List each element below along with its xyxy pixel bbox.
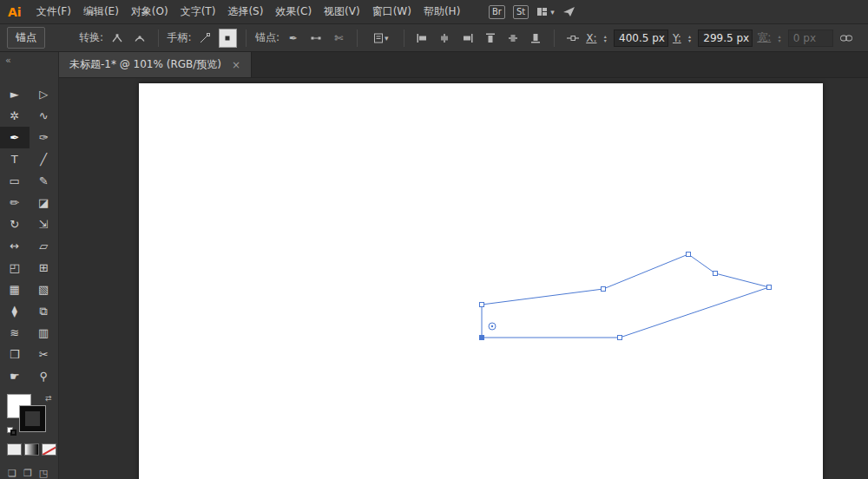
slice-tool[interactable]: ✂ — [30, 344, 59, 365]
menubar-right: Br St ▾ — [489, 0, 575, 23]
color-button[interactable] — [7, 443, 22, 456]
convert-to-corner-icon[interactable] — [108, 29, 126, 48]
convert-label: 转换: — [79, 30, 103, 45]
eraser-tool[interactable]: ◪ — [30, 192, 59, 213]
tool-grid: ►▷✲∿✒✑T╱▭✎✏◪↻⇲↔▱◰⊞▦▧⧫⧉≋▥❒✂☛⚲ — [0, 83, 58, 387]
menubar: Ai 文件(F)编辑(E)对象(O)文字(T)选择(S)效果(C)视图(V)窗口… — [0, 0, 868, 24]
connect-endpoints-icon[interactable] — [306, 29, 325, 48]
pen-tool[interactable]: ✒ — [0, 127, 30, 148]
align-horizontal-left-icon[interactable] — [413, 29, 431, 48]
share-icon[interactable] — [562, 6, 575, 17]
paint-style-row — [7, 443, 58, 456]
draw-behind-icon[interactable]: ❐ — [23, 468, 32, 479]
type-tool[interactable]: T — [0, 148, 30, 170]
chevron-down-icon: ▾ — [550, 8, 555, 16]
artboard-tool[interactable]: ❒ — [0, 344, 30, 365]
mesh-tool[interactable]: ▦ — [0, 279, 30, 300]
x-label[interactable]: X: — [586, 32, 596, 44]
swap-fill-stroke-icon[interactable]: ⇄ — [45, 394, 52, 403]
paintbrush-tool[interactable]: ✎ — [30, 170, 59, 192]
stock-button[interactable]: St — [513, 5, 529, 19]
symbol-sprayer-tool[interactable]: ≋ — [0, 322, 30, 344]
hand-tool[interactable]: ☛ — [0, 365, 30, 387]
y-value-field[interactable]: 299.5 px — [698, 30, 753, 47]
reference-point-icon[interactable] — [563, 29, 582, 48]
collapse-panel-icon[interactable]: « — [5, 55, 11, 66]
column-graph-tool[interactable]: ▥ — [30, 322, 59, 344]
width-value-field: 0 px — [788, 30, 833, 47]
pen-minus-icon: ✒ — [289, 33, 298, 43]
stroke-color-swatch[interactable] — [20, 406, 45, 431]
eyedropper-tool[interactable]: ⧫ — [0, 300, 30, 322]
stepper-down-icon: ▾ — [775, 38, 784, 43]
align-horizontal-center-icon[interactable] — [436, 29, 454, 48]
document-tab[interactable]: 未标题-1* @ 101% (RGB/预览) × — [59, 52, 252, 77]
scale-tool[interactable]: ⇲ — [30, 213, 59, 235]
remove-selected-anchors-icon[interactable]: ✒ — [284, 29, 302, 48]
none-button[interactable] — [42, 443, 56, 456]
width-tool[interactable]: ↔ — [0, 235, 30, 257]
x-stepper[interactable]: ▴ ▾ — [601, 34, 609, 43]
align-horizontal-right-icon[interactable] — [458, 29, 477, 48]
gradient-tool[interactable]: ▧ — [30, 279, 59, 300]
content-row: « ►▷✲∿✒✑T╱▭✎✏◪↻⇲↔▱◰⊞▦▧⧫⧉≋▥❒✂☛⚲ ⇄ ❏ ❐ — [0, 52, 868, 479]
artboard[interactable] — [139, 83, 823, 479]
zoom-tool[interactable]: ⚲ — [30, 365, 59, 387]
rotate-tool[interactable]: ↻ — [0, 213, 30, 235]
document-tab-title: 未标题-1* @ 101% (RGB/预览) — [69, 57, 221, 72]
bridge-button[interactable]: Br — [489, 5, 505, 19]
cut-path-icon[interactable]: ✄ — [330, 29, 348, 48]
select-similar-icon[interactable]: ▾ — [366, 29, 395, 48]
canvas-area[interactable] — [59, 78, 868, 479]
gradient-button[interactable] — [24, 443, 39, 456]
menu-view[interactable]: 视图(V) — [318, 0, 366, 23]
width-stepper: ▴ ▾ — [775, 34, 784, 43]
align-vertical-top-icon[interactable] — [481, 29, 499, 48]
illustrator-app: Ai 文件(F)编辑(E)对象(O)文字(T)选择(S)效果(C)视图(V)窗口… — [0, 0, 868, 479]
hide-handles-icon[interactable] — [219, 29, 237, 48]
menu-help[interactable]: 帮助(H) — [418, 0, 466, 23]
menu-type[interactable]: 文字(T) — [174, 0, 222, 23]
anchors-label: 锚点: — [255, 30, 279, 45]
align-vertical-center-icon[interactable] — [503, 29, 522, 48]
separator — [158, 30, 159, 47]
menu-edit[interactable]: 编辑(E) — [77, 0, 125, 23]
blend-tool[interactable]: ⧉ — [30, 300, 59, 322]
menu-object[interactable]: 对象(O) — [125, 0, 174, 23]
curvature-tool[interactable]: ✑ — [30, 127, 59, 148]
none-slash-icon — [42, 444, 56, 456]
y-stepper[interactable]: ▴ ▾ — [686, 34, 694, 43]
show-handles-icon[interactable] — [196, 29, 214, 48]
y-label[interactable]: Y: — [673, 32, 681, 44]
free-transform-tool[interactable]: ▱ — [30, 235, 59, 257]
menu-select[interactable]: 选择(S) — [221, 0, 269, 23]
separator — [554, 30, 555, 47]
shape-builder-tool[interactable]: ◰ — [0, 257, 30, 279]
selection-tool[interactable]: ► — [0, 83, 30, 105]
line-segment-tool[interactable]: ╱ — [30, 148, 59, 170]
menu-window[interactable]: 窗口(W) — [366, 0, 418, 23]
pencil-tool[interactable]: ✏ — [0, 192, 30, 213]
chevron-down-icon: ▾ — [385, 34, 389, 43]
tab-close-icon[interactable]: × — [232, 59, 240, 71]
workspace-switcher[interactable]: ▾ — [536, 6, 555, 17]
toolbar-bottom-row: ❏ ❐ ◳ — [8, 468, 58, 479]
x-value-field[interactable]: 400.5 px — [614, 30, 668, 47]
default-fill-stroke-icon[interactable] — [7, 427, 17, 436]
separator — [246, 30, 247, 47]
rectangle-tool[interactable]: ▭ — [0, 170, 30, 192]
constrain-proportions-icon[interactable] — [838, 29, 856, 48]
convert-to-smooth-icon[interactable] — [130, 29, 148, 48]
perspective-grid-tool[interactable]: ⊞ — [30, 257, 59, 279]
magic-wand-tool[interactable]: ✲ — [0, 105, 30, 127]
width-label: 宽: — [757, 30, 771, 45]
align-vertical-bottom-icon[interactable] — [527, 29, 545, 48]
draw-normal-icon[interactable]: ❏ — [8, 468, 16, 479]
stepper-down-icon[interactable]: ▾ — [601, 38, 609, 43]
direct-selection-tool[interactable]: ▷ — [30, 83, 59, 105]
menu-effect[interactable]: 效果(C) — [269, 0, 318, 23]
stepper-down-icon[interactable]: ▾ — [686, 38, 694, 43]
lasso-tool[interactable]: ∿ — [30, 105, 59, 127]
menu-file[interactable]: 文件(F) — [30, 0, 77, 23]
screen-mode-icon[interactable]: ◳ — [39, 468, 48, 479]
